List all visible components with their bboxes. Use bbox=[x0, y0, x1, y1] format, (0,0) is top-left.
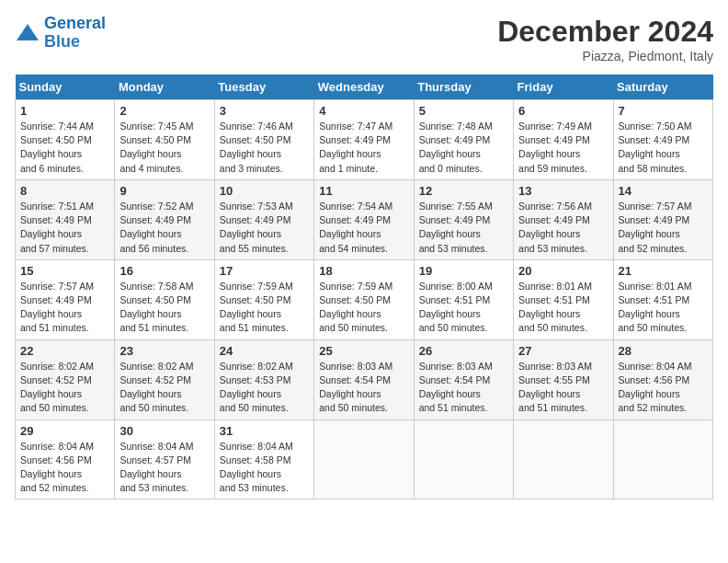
day-number: 29 bbox=[20, 424, 109, 438]
calendar-cell: 24 Sunrise: 8:02 AM Sunset: 4:53 PM Dayl… bbox=[214, 339, 313, 419]
day-number: 7 bbox=[619, 104, 708, 118]
day-info: Sunrise: 8:01 AM Sunset: 4:51 PM Dayligh… bbox=[619, 280, 708, 336]
calendar-cell: 9 Sunrise: 7:52 AM Sunset: 4:49 PM Dayli… bbox=[115, 179, 214, 259]
day-number: 6 bbox=[518, 104, 608, 118]
day-number: 13 bbox=[518, 184, 608, 198]
day-number: 5 bbox=[419, 104, 508, 118]
week-row-1: 1 Sunrise: 7:44 AM Sunset: 4:50 PM Dayli… bbox=[16, 100, 713, 180]
day-info: Sunrise: 7:45 AM Sunset: 4:50 PM Dayligh… bbox=[119, 120, 209, 176]
weekday-header-sunday: Sunday bbox=[16, 75, 115, 100]
weekday-header-friday: Friday bbox=[514, 75, 613, 100]
calendar-cell: 3 Sunrise: 7:46 AM Sunset: 4:50 PM Dayli… bbox=[214, 100, 313, 180]
calendar-cell: 20 Sunrise: 8:01 AM Sunset: 4:51 PM Dayl… bbox=[514, 259, 613, 339]
day-number: 15 bbox=[20, 264, 109, 278]
calendar-cell: 4 Sunrise: 7:47 AM Sunset: 4:49 PM Dayli… bbox=[314, 100, 414, 180]
day-info: Sunrise: 8:01 AM Sunset: 4:51 PM Dayligh… bbox=[518, 280, 608, 336]
weekday-header-tuesday: Tuesday bbox=[214, 75, 313, 100]
day-number: 18 bbox=[319, 264, 408, 278]
day-number: 11 bbox=[319, 184, 408, 198]
day-info: Sunrise: 8:02 AM Sunset: 4:52 PM Dayligh… bbox=[20, 360, 109, 416]
day-number: 17 bbox=[220, 264, 309, 278]
svg-marker-0 bbox=[17, 24, 39, 40]
day-info: Sunrise: 8:04 AM Sunset: 4:58 PM Dayligh… bbox=[220, 440, 309, 496]
calendar-cell: 6 Sunrise: 7:49 AM Sunset: 4:49 PM Dayli… bbox=[514, 100, 613, 180]
day-info: Sunrise: 7:56 AM Sunset: 4:49 PM Dayligh… bbox=[518, 200, 608, 256]
calendar-cell: 27 Sunrise: 8:03 AM Sunset: 4:55 PM Dayl… bbox=[514, 339, 613, 419]
weekday-header-thursday: Thursday bbox=[414, 75, 513, 100]
calendar-cell: 30 Sunrise: 8:04 AM Sunset: 4:57 PM Dayl… bbox=[115, 419, 214, 500]
day-number: 16 bbox=[119, 264, 209, 278]
calendar-cell: 31 Sunrise: 8:04 AM Sunset: 4:58 PM Dayl… bbox=[214, 419, 313, 500]
day-number: 20 bbox=[518, 264, 608, 278]
calendar-cell: 23 Sunrise: 8:02 AM Sunset: 4:52 PM Dayl… bbox=[115, 339, 214, 419]
calendar-cell: 13 Sunrise: 7:56 AM Sunset: 4:49 PM Dayl… bbox=[514, 179, 613, 259]
weekday-header-saturday: Saturday bbox=[613, 75, 712, 100]
weekday-header-monday: Monday bbox=[115, 75, 214, 100]
calendar-cell: 17 Sunrise: 7:59 AM Sunset: 4:50 PM Dayl… bbox=[214, 259, 313, 339]
day-info: Sunrise: 7:59 AM Sunset: 4:50 PM Dayligh… bbox=[319, 280, 408, 336]
location-subtitle: Piazza, Piedmont, Italy bbox=[497, 49, 713, 63]
calendar-cell: 5 Sunrise: 7:48 AM Sunset: 4:49 PM Dayli… bbox=[414, 100, 513, 180]
week-row-2: 8 Sunrise: 7:51 AM Sunset: 4:49 PM Dayli… bbox=[16, 179, 713, 259]
day-info: Sunrise: 7:44 AM Sunset: 4:50 PM Dayligh… bbox=[20, 120, 109, 176]
calendar-cell: 18 Sunrise: 7:59 AM Sunset: 4:50 PM Dayl… bbox=[314, 259, 414, 339]
day-info: Sunrise: 8:04 AM Sunset: 4:56 PM Dayligh… bbox=[20, 440, 109, 496]
day-number: 24 bbox=[220, 344, 309, 358]
day-info: Sunrise: 7:59 AM Sunset: 4:50 PM Dayligh… bbox=[220, 280, 309, 336]
week-row-4: 22 Sunrise: 8:02 AM Sunset: 4:52 PM Dayl… bbox=[16, 339, 713, 419]
calendar-cell: 12 Sunrise: 7:55 AM Sunset: 4:49 PM Dayl… bbox=[414, 179, 513, 259]
logo-icon bbox=[15, 20, 40, 46]
day-info: Sunrise: 8:02 AM Sunset: 4:53 PM Dayligh… bbox=[220, 360, 309, 416]
day-info: Sunrise: 8:03 AM Sunset: 4:54 PM Dayligh… bbox=[419, 360, 508, 416]
calendar-cell bbox=[514, 419, 613, 500]
calendar-cell: 14 Sunrise: 7:57 AM Sunset: 4:49 PM Dayl… bbox=[613, 179, 712, 259]
day-info: Sunrise: 7:52 AM Sunset: 4:49 PM Dayligh… bbox=[119, 200, 209, 256]
week-row-5: 29 Sunrise: 8:04 AM Sunset: 4:56 PM Dayl… bbox=[16, 419, 713, 500]
day-info: Sunrise: 7:48 AM Sunset: 4:49 PM Dayligh… bbox=[419, 120, 508, 176]
day-number: 1 bbox=[20, 104, 109, 118]
weekday-header-wednesday: Wednesday bbox=[314, 75, 414, 100]
logo: General Blue bbox=[15, 15, 106, 52]
calendar-cell: 25 Sunrise: 8:03 AM Sunset: 4:54 PM Dayl… bbox=[314, 339, 414, 419]
day-info: Sunrise: 7:55 AM Sunset: 4:49 PM Dayligh… bbox=[419, 200, 508, 256]
day-info: Sunrise: 7:54 AM Sunset: 4:49 PM Dayligh… bbox=[319, 200, 408, 256]
calendar-cell: 21 Sunrise: 8:01 AM Sunset: 4:51 PM Dayl… bbox=[613, 259, 712, 339]
calendar-cell: 8 Sunrise: 7:51 AM Sunset: 4:49 PM Dayli… bbox=[16, 179, 115, 259]
calendar-cell bbox=[414, 419, 513, 500]
calendar-cell: 19 Sunrise: 8:00 AM Sunset: 4:51 PM Dayl… bbox=[414, 259, 513, 339]
day-info: Sunrise: 7:58 AM Sunset: 4:50 PM Dayligh… bbox=[119, 280, 209, 336]
day-number: 14 bbox=[619, 184, 708, 198]
day-info: Sunrise: 7:57 AM Sunset: 4:49 PM Dayligh… bbox=[20, 280, 109, 336]
day-info: Sunrise: 8:03 AM Sunset: 4:55 PM Dayligh… bbox=[518, 360, 608, 416]
day-info: Sunrise: 7:46 AM Sunset: 4:50 PM Dayligh… bbox=[220, 120, 309, 176]
day-number: 23 bbox=[119, 344, 209, 358]
day-number: 27 bbox=[518, 344, 608, 358]
calendar-cell: 15 Sunrise: 7:57 AM Sunset: 4:49 PM Dayl… bbox=[16, 259, 115, 339]
day-info: Sunrise: 8:04 AM Sunset: 4:57 PM Dayligh… bbox=[119, 440, 209, 496]
day-info: Sunrise: 8:03 AM Sunset: 4:54 PM Dayligh… bbox=[319, 360, 408, 416]
day-number: 31 bbox=[220, 424, 309, 438]
calendar-table: SundayMondayTuesdayWednesdayThursdayFrid… bbox=[15, 75, 713, 500]
day-number: 26 bbox=[419, 344, 508, 358]
calendar-cell: 10 Sunrise: 7:53 AM Sunset: 4:49 PM Dayl… bbox=[214, 179, 313, 259]
day-number: 25 bbox=[319, 344, 408, 358]
day-number: 2 bbox=[119, 104, 209, 118]
calendar-cell: 11 Sunrise: 7:54 AM Sunset: 4:49 PM Dayl… bbox=[314, 179, 414, 259]
calendar-cell: 28 Sunrise: 8:04 AM Sunset: 4:56 PM Dayl… bbox=[613, 339, 712, 419]
calendar-cell bbox=[613, 419, 712, 500]
logo-text: General Blue bbox=[44, 15, 106, 52]
day-info: Sunrise: 7:50 AM Sunset: 4:49 PM Dayligh… bbox=[619, 120, 708, 176]
title-block: December 2024 Piazza, Piedmont, Italy bbox=[497, 15, 713, 63]
day-number: 19 bbox=[419, 264, 508, 278]
calendar-cell: 16 Sunrise: 7:58 AM Sunset: 4:50 PM Dayl… bbox=[115, 259, 214, 339]
day-number: 4 bbox=[319, 104, 408, 118]
month-title: December 2024 bbox=[497, 15, 713, 49]
day-info: Sunrise: 7:51 AM Sunset: 4:49 PM Dayligh… bbox=[20, 200, 109, 256]
day-number: 12 bbox=[419, 184, 508, 198]
day-number: 21 bbox=[619, 264, 708, 278]
calendar-cell: 22 Sunrise: 8:02 AM Sunset: 4:52 PM Dayl… bbox=[16, 339, 115, 419]
day-info: Sunrise: 8:00 AM Sunset: 4:51 PM Dayligh… bbox=[419, 280, 508, 336]
week-row-3: 15 Sunrise: 7:57 AM Sunset: 4:49 PM Dayl… bbox=[16, 259, 713, 339]
day-info: Sunrise: 7:49 AM Sunset: 4:49 PM Dayligh… bbox=[518, 120, 608, 176]
day-number: 3 bbox=[220, 104, 309, 118]
